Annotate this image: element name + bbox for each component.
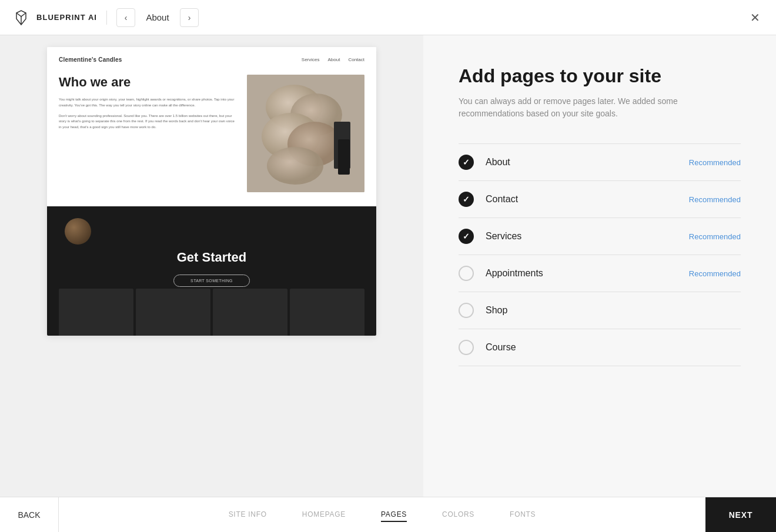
page-checkbox-shop[interactable] — [459, 303, 474, 318]
preview-dark-columns — [47, 289, 376, 336]
preview-body-text-1: You might talk about your origin story, … — [59, 97, 238, 108]
pages-list: ✓AboutRecommended✓ContactRecommended✓Ser… — [459, 143, 741, 366]
main-content: Clementine's Candles Services About Cont… — [0, 35, 776, 497]
logo-text: BLUEPRINT AI — [36, 13, 97, 22]
next-button[interactable]: NEXT — [705, 497, 776, 533]
checkmark-icon: ✓ — [463, 232, 470, 241]
logo-icon — [12, 8, 31, 27]
preview-sphere-1 — [65, 218, 91, 245]
page-checkbox-contact[interactable]: ✓ — [459, 192, 474, 207]
preview-text-col: Who we are You might talk about your ori… — [59, 75, 238, 135]
svg-rect-7 — [338, 139, 350, 175]
page-name-shop: Shop — [486, 305, 741, 316]
page-item[interactable]: Course — [459, 329, 741, 366]
page-checkbox-services[interactable]: ✓ — [459, 229, 474, 244]
page-item[interactable]: ✓AboutRecommended — [459, 143, 741, 181]
preview-cta-button[interactable]: START SOMETHING — [173, 275, 250, 287]
logo: BLUEPRINT AI — [12, 8, 97, 27]
prev-page-button[interactable]: ‹ — [116, 8, 135, 27]
preview-brand: Clementine's Candles — [59, 56, 122, 63]
preview-dark-col-4 — [290, 289, 364, 336]
preview-top: Clementine's Candles Services About Cont… — [47, 47, 376, 206]
progress-tab-colors[interactable]: COLORS — [442, 508, 474, 522]
page-checkbox-about[interactable]: ✓ — [459, 155, 474, 170]
right-panel: Add pages to your site You can always ad… — [423, 35, 776, 497]
page-checkbox-course[interactable] — [459, 340, 474, 355]
back-button[interactable]: BACK — [0, 497, 59, 533]
page-name-services: Services — [486, 231, 689, 242]
sculpture-svg — [247, 75, 364, 192]
preview-body-text-2: Don't worry about sounding professional.… — [59, 113, 238, 131]
progress-tab-homepage[interactable]: HOMEPAGE — [302, 508, 346, 522]
topbar: BLUEPRINT AI ‹ About › ✕ — [0, 0, 776, 35]
preview-nav-link-services: Services — [302, 57, 320, 62]
bottombar: BACK SITE INFOHOMEPAGEPAGESCOLORSFONTS N… — [0, 497, 776, 532]
page-item[interactable]: Shop — [459, 292, 741, 329]
progress-tab-fonts[interactable]: FONTS — [510, 508, 536, 522]
preview-nav-link-contact: Contact — [348, 57, 364, 62]
page-name-course: Course — [486, 342, 741, 353]
preview-bottom: Get Started START SOMETHING — [47, 206, 376, 336]
progress-tab-pages[interactable]: PAGES — [381, 508, 407, 522]
page-recommended-badge: Recommended — [689, 195, 741, 204]
progress-tabs: SITE INFOHOMEPAGEPAGESCOLORSFONTS — [59, 508, 705, 522]
page-recommended-badge: Recommended — [689, 158, 741, 167]
preview-sculpture-image — [247, 75, 364, 192]
preview-dark-col-1 — [59, 289, 133, 336]
preview-heading: Who we are — [59, 75, 238, 90]
page-checkbox-appointments[interactable] — [459, 266, 474, 281]
current-page-label: About — [140, 12, 175, 22]
next-page-button[interactable]: › — [180, 8, 199, 27]
page-recommended-badge: Recommended — [689, 232, 741, 241]
preview-dark-col-3 — [213, 289, 287, 336]
page-name-contact: Contact — [486, 194, 689, 205]
preview-frame: Clementine's Candles Services About Cont… — [47, 47, 376, 336]
preview-cta-heading: Get Started — [177, 250, 247, 265]
topbar-divider — [106, 11, 107, 25]
page-name-about: About — [486, 157, 689, 168]
topbar-nav: ‹ About › — [116, 8, 199, 27]
preview-nav-link-about: About — [328, 57, 340, 62]
close-button[interactable]: ✕ — [745, 8, 764, 27]
page-item[interactable]: ✓ContactRecommended — [459, 181, 741, 218]
checkmark-icon: ✓ — [463, 195, 470, 204]
checkmark-icon: ✓ — [463, 158, 470, 167]
page-name-appointments: Appointments — [486, 268, 689, 279]
page-item[interactable]: AppointmentsRecommended — [459, 255, 741, 292]
page-item[interactable]: ✓ServicesRecommended — [459, 218, 741, 255]
preview-nav-links: Services About Contact — [302, 57, 364, 62]
page-recommended-badge: Recommended — [689, 269, 741, 278]
preview-nav: Clementine's Candles Services About Cont… — [59, 56, 364, 63]
preview-content: Who we are You might talk about your ori… — [59, 75, 364, 192]
progress-tab-site-info[interactable]: SITE INFO — [229, 508, 267, 522]
panel-title: Add pages to your site — [459, 65, 741, 87]
preview-image-col — [247, 75, 364, 192]
preview-panel: Clementine's Candles Services About Cont… — [0, 35, 423, 497]
preview-dark-col-2 — [136, 289, 210, 336]
svg-point-5 — [267, 147, 323, 185]
panel-subtitle: You can always add or remove pages later… — [459, 95, 682, 120]
